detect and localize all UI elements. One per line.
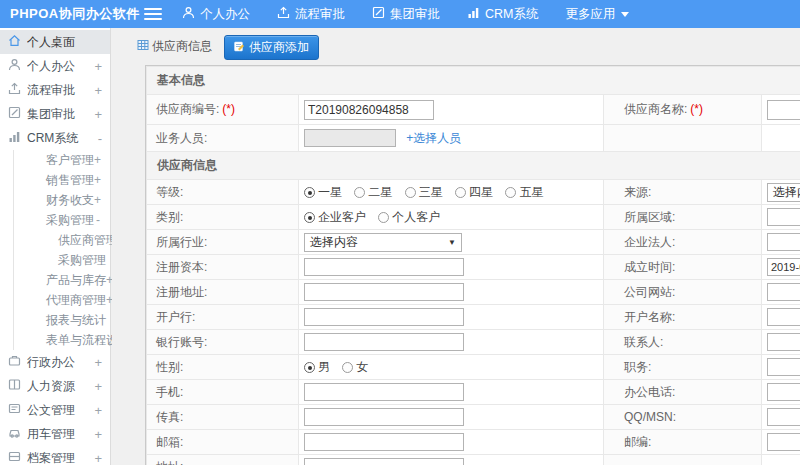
- chart-icon: [8, 130, 27, 146]
- radio-option-3star[interactable]: 三星: [405, 184, 443, 201]
- required-mark: (*): [690, 102, 703, 116]
- capital-input[interactable]: [304, 258, 464, 276]
- office-phone-label: 办公电话:: [604, 380, 762, 405]
- sidebar-item-supplier-mgmt[interactable]: 供应商管理: [14, 230, 110, 250]
- sidebar-item-personal-office[interactable]: 个人办公 +: [0, 54, 110, 78]
- sidebar-item-document-mgmt[interactable]: 公文管理 +: [0, 398, 110, 422]
- mobile-input[interactable]: [304, 383, 464, 401]
- flow-icon: [277, 6, 295, 22]
- zip-input[interactable]: [767, 433, 800, 451]
- radio-option-1star[interactable]: 一星: [304, 184, 342, 201]
- table-icon: [137, 39, 152, 54]
- website-input[interactable]: [767, 283, 800, 301]
- crm-submenu: 客户管理 + 销售管理 + 财务收支 + 采购管理 - 供应商管理 采购管理 产…: [13, 150, 110, 350]
- account-name-input[interactable]: [767, 308, 800, 326]
- website-label: 公司网站:: [604, 280, 762, 305]
- user-icon: [8, 58, 27, 74]
- office-phone-input[interactable]: [767, 383, 800, 401]
- grade-label: 等级:: [147, 180, 299, 205]
- supplier-name-input[interactable]: [767, 100, 800, 120]
- radio-icon: [405, 187, 416, 198]
- section-title-basic: 基本信息: [147, 67, 800, 95]
- qq-input[interactable]: [767, 408, 800, 426]
- required-mark: (*): [222, 102, 235, 116]
- section-title-supplier-info: 供应商信息: [147, 152, 800, 180]
- tab-supplier-add[interactable]: 供应商添加: [224, 35, 319, 60]
- top-nav: 个人办公 流程审批 集团审批 CRM系统 更多应用: [182, 6, 656, 23]
- reg-address-input[interactable]: [304, 283, 464, 301]
- briefcase-icon: [8, 354, 27, 370]
- sidebar-item-group-approval[interactable]: 集团审批 +: [0, 102, 110, 126]
- topbar: PHPOA协同办公软件 个人办公 流程审批 集团审批 CRM系统 更多应用: [0, 0, 800, 28]
- industry-label: 所属行业:: [147, 230, 299, 255]
- radio-option-enterprise[interactable]: 企业客户: [304, 209, 366, 226]
- source-label: 来源:: [604, 180, 762, 205]
- bank-account-label: 银行账号:: [147, 330, 299, 355]
- supplier-no-input[interactable]: [304, 100, 434, 120]
- radio-option-2star[interactable]: 二星: [354, 184, 392, 201]
- dropdown-arrow-icon: ▼: [448, 238, 456, 247]
- sidebar-item-crm[interactable]: CRM系统 -: [0, 126, 110, 150]
- sidebar-item-hr[interactable]: 人力资源 +: [0, 374, 110, 398]
- gender-radio-group: 男 女: [299, 355, 604, 380]
- sidebar-item-form-flow-settings[interactable]: 表单与流程设置 +: [14, 330, 110, 350]
- radio-option-personal[interactable]: 个人客户: [378, 209, 440, 226]
- sidebar-item-admin-office[interactable]: 行政办公 +: [0, 350, 110, 374]
- nav-more-apps[interactable]: 更多应用: [565, 6, 629, 23]
- nav-group-approval[interactable]: 集团审批: [372, 6, 440, 23]
- sidebar-item-sales-mgmt[interactable]: 销售管理 +: [14, 170, 110, 190]
- hamburger-menu-icon[interactable]: [144, 8, 162, 20]
- category-radio-group: 企业客户 个人客户: [299, 205, 604, 230]
- position-input[interactable]: [767, 358, 800, 376]
- category-label: 类别:: [147, 205, 299, 230]
- sidebar-item-archive-mgmt[interactable]: 档案管理 +: [0, 446, 110, 465]
- book-icon: [8, 378, 27, 394]
- qq-label: QQ/MSN:: [604, 405, 762, 430]
- radio-icon: [378, 212, 389, 223]
- sidebar-item-reports[interactable]: 报表与统计: [14, 310, 110, 330]
- radio-icon: [304, 212, 315, 223]
- contact-input[interactable]: [767, 333, 800, 351]
- staff-label: 业务人员:: [147, 125, 299, 152]
- sidebar-item-purchase-mgmt[interactable]: 采购管理 -: [14, 210, 110, 230]
- sidebar-item-vehicle-mgmt[interactable]: 用车管理 +: [0, 422, 110, 446]
- sidebar-item-customer-mgmt[interactable]: 客户管理 +: [14, 150, 110, 170]
- fax-input[interactable]: [304, 408, 464, 426]
- capital-label: 注册资本:: [147, 255, 299, 280]
- sidebar-item-desktop[interactable]: 个人桌面: [0, 30, 110, 54]
- main-content: 供应商信息 供应商添加 基本信息 供应商编号:(*) 供应商名称:(*): [112, 28, 800, 465]
- sidebar-item-agent-mgmt[interactable]: 代理商管理 +: [14, 290, 110, 310]
- add-form-icon: [234, 41, 249, 55]
- source-select[interactable]: 选择内容▼: [767, 183, 800, 202]
- industry-select[interactable]: 选择内容▼: [304, 233, 462, 252]
- radio-option-female[interactable]: 女: [342, 359, 368, 376]
- nav-workflow-approval[interactable]: 流程审批: [277, 6, 345, 23]
- email-input[interactable]: [304, 433, 464, 451]
- sidebar-item-product-inventory[interactable]: 产品与库存 +: [14, 270, 110, 290]
- address-input[interactable]: [304, 458, 464, 465]
- nav-crm-system[interactable]: CRM系统: [467, 6, 538, 23]
- nav-personal-office[interactable]: 个人办公: [182, 6, 250, 23]
- sidebar-item-workflow[interactable]: 流程审批 +: [0, 78, 110, 102]
- region-input[interactable]: [767, 208, 800, 226]
- edit-icon: [372, 6, 390, 22]
- reg-address-label: 注册地址:: [147, 280, 299, 305]
- radio-option-4star[interactable]: 四星: [455, 184, 493, 201]
- sidebar-item-purchasing[interactable]: 采购管理: [14, 250, 110, 270]
- choose-staff-link[interactable]: +选择人员: [406, 131, 461, 145]
- bank-label: 开户行:: [147, 305, 299, 330]
- tab-supplier-list[interactable]: 供应商信息: [133, 35, 216, 58]
- document-icon: [8, 402, 27, 418]
- region-label: 所属区域:: [604, 205, 762, 230]
- staff-input[interactable]: [304, 129, 396, 147]
- bank-input[interactable]: [304, 308, 464, 326]
- founded-date-input[interactable]: [767, 258, 800, 276]
- address-label: 地址:: [147, 455, 299, 465]
- email-label: 邮箱:: [147, 430, 299, 455]
- bank-account-input[interactable]: [304, 333, 464, 351]
- sidebar-item-finance[interactable]: 财务收支 +: [14, 190, 110, 210]
- radio-option-5star[interactable]: 五星: [505, 184, 543, 201]
- supplier-no-label: 供应商编号:(*): [147, 95, 299, 125]
- radio-option-male[interactable]: 男: [304, 359, 330, 376]
- legal-person-input[interactable]: [767, 233, 800, 251]
